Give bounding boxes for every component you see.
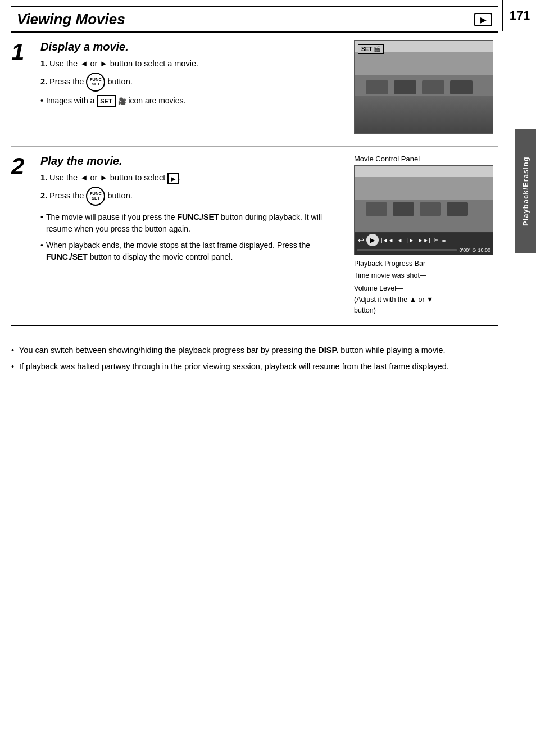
- section-2-right: Movie Control Panel: [346, 155, 498, 317]
- section-1-step-1: 1. Use the ◄ or ► button to select a mov…: [40, 58, 340, 70]
- control-buttons: ↩ ▶ |◄◄ ◄| |► ►►| ✂ ≡: [357, 234, 490, 246]
- section-number-2: 2: [11, 155, 40, 178]
- svg-rect-7: [450, 80, 473, 94]
- page-number: 171: [502, 0, 536, 31]
- menu-icon: ≡: [441, 236, 447, 244]
- play-button: ▶: [366, 234, 379, 246]
- svg-rect-5: [394, 80, 416, 94]
- playback-bar-label: Playback Progress Bar: [354, 259, 425, 269]
- section-number-1: 1: [11, 40, 40, 138]
- bottom-bullet-2: If playback was halted partway through i…: [11, 360, 525, 373]
- section-2-bullet-2: When playback ends, the movie stops at t…: [40, 239, 340, 263]
- svg-rect-13: [366, 202, 387, 216]
- section-1-title: Display a movie.: [40, 40, 340, 53]
- func-set-button-2: FUNCSET: [86, 187, 105, 206]
- svg-rect-8: [355, 114, 493, 134]
- time-annotation: Time movie was shot —: [354, 270, 493, 281]
- main-content: Viewing Movies ▶ 1 Display a movie. 1. U…: [0, 0, 509, 337]
- step-1-num: 1.: [40, 59, 47, 68]
- disp-button-label: DISP.: [318, 346, 338, 355]
- timecode: 0'00" ⊙ 10:00: [460, 247, 490, 253]
- svg-rect-4: [366, 80, 388, 94]
- section-1-left: Display a movie. 1. Use the ◄ or ► butto…: [40, 40, 346, 138]
- arrow-right-1: ►: [99, 59, 107, 68]
- bottom-section: You can switch between showing/hiding th…: [0, 337, 536, 388]
- slow-fwd-icon: |►: [406, 237, 416, 244]
- playback-bar-annotation: Playback Progress Bar: [354, 259, 493, 269]
- section-2-step-2: 2. Press the FUNCSET button.: [40, 187, 340, 206]
- func-set-button-1: FUNCSET: [86, 73, 105, 92]
- section-2-left: Play the movie. 1. Use the ◄ or ► button…: [40, 155, 346, 263]
- volume-adjust-text: (Adjust it with the ▲ or ▼button): [354, 295, 433, 316]
- svg-rect-14: [393, 202, 414, 216]
- playback-mode-icon: ▶: [474, 13, 492, 26]
- volume-adjust-annotation: (Adjust it with the ▲ or ▼button): [354, 295, 493, 316]
- skip-fwd-icon: ►►|: [416, 237, 431, 244]
- bottom-bullet-1: You can switch between showing/hiding th…: [11, 344, 525, 357]
- svg-rect-15: [420, 202, 441, 216]
- section-1-step-2: 2. Press the FUNCSET button.: [40, 73, 340, 92]
- step-2-2-num: 2.: [40, 191, 47, 200]
- section-1-steps: 1. Use the ◄ or ► button to select a mov…: [40, 58, 340, 92]
- section-2-title: Play the movie.: [40, 155, 340, 168]
- svg-rect-16: [447, 202, 468, 216]
- progress-bar-row: 0'00" ⊙ 10:00: [357, 247, 490, 253]
- volume-label: Volume Level: [354, 283, 396, 294]
- set-overlay: SET 🎬: [358, 44, 384, 54]
- train-image-1: [355, 41, 493, 133]
- movie-control-label: Movie Control Panel: [354, 155, 420, 163]
- step-2-num: 2.: [40, 77, 47, 86]
- arrow-left-1: ◄: [80, 59, 88, 68]
- progress-track: [357, 249, 457, 251]
- step-2-1-num: 1.: [40, 173, 47, 182]
- svg-rect-11: [355, 177, 493, 202]
- rewind-icon: ↩: [357, 236, 365, 245]
- movie-icon: 🎥: [118, 97, 126, 105]
- annotation-wrap: Playback Progress Bar Time movie was sho…: [354, 257, 493, 317]
- section-1-bullet: Images with a SET 🎥 icon are movies.: [40, 95, 340, 108]
- scissors-icon: ✂: [433, 236, 440, 245]
- section-1-right: SET 🎬: [346, 40, 498, 138]
- section-1-inner: Display a movie. 1. Use the ◄ or ► butto…: [40, 40, 498, 138]
- section-2-inner: Play the movie. 1. Use the ◄ or ► button…: [40, 155, 498, 317]
- train-svg-1: [355, 41, 493, 134]
- skip-back-icon: |◄◄: [380, 237, 394, 244]
- slow-back-icon: ◄|: [396, 237, 405, 244]
- section-2-steps: 1. Use the ◄ or ► button to select ▶. 2.…: [40, 172, 340, 206]
- time-label: Time movie was shot: [354, 270, 420, 281]
- movie-thumbnail: ↩ ▶ |◄◄ ◄| |► ►►| ✂ ≡ 0'00" ⊙ 10:00: [354, 165, 493, 255]
- set-badge: SET: [97, 95, 115, 108]
- svg-rect-6: [422, 80, 444, 94]
- volume-annotation: Volume Level —: [354, 283, 493, 294]
- section-2-bullet-1: The movie will pause if you press the FU…: [40, 211, 340, 235]
- camera-thumbnail-1: SET 🎬: [354, 40, 493, 134]
- side-tab: Playback/Erasing: [515, 129, 536, 253]
- section-1: 1 Display a movie. 1. Use the ◄ or ► but…: [11, 33, 498, 147]
- control-bar: ↩ ▶ |◄◄ ◄| |► ►►| ✂ ≡ 0'00" ⊙ 10:00: [355, 232, 493, 255]
- section-2-step-1: 1. Use the ◄ or ► button to select ▶.: [40, 172, 340, 184]
- page-title: Viewing Movies: [17, 11, 125, 28]
- play-square-icon: ▶: [167, 173, 179, 184]
- title-bar: Viewing Movies ▶: [11, 6, 498, 33]
- section-2: 2 Play the movie. 1. Use the ◄ or ► butt…: [11, 147, 498, 326]
